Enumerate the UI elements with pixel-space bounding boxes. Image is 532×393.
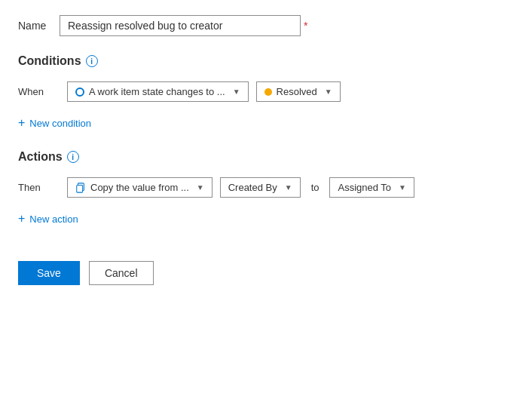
action-type-dropdown[interactable]: Copy the value from ... ▼: [67, 177, 212, 198]
then-label: Then: [18, 182, 60, 193]
from-field-chevron: ▼: [285, 183, 292, 192]
condition-type-dropdown[interactable]: A work item state changes to ... ▼: [67, 81, 249, 102]
svg-rect-1: [77, 185, 83, 192]
to-field-dropdown[interactable]: Assigned To ▼: [329, 177, 414, 198]
add-action-button[interactable]: + New action: [18, 210, 78, 228]
actions-header: Actions i: [18, 150, 514, 164]
to-label: to: [308, 182, 323, 193]
add-action-plus-icon: +: [18, 213, 25, 225]
add-condition-label: New condition: [29, 118, 91, 129]
from-field-dropdown[interactable]: Created By ▼: [220, 177, 301, 198]
state-value-dropdown[interactable]: Resolved ▼: [256, 81, 341, 102]
state-value-label: Resolved: [277, 86, 317, 97]
to-field-label: Assigned To: [338, 182, 391, 193]
to-field-chevron: ▼: [399, 183, 406, 192]
copy-value-icon: [75, 183, 86, 193]
action-type-label: Copy the value from ...: [90, 182, 189, 193]
name-row: Name *: [18, 15, 514, 36]
condition-type-chevron: ▼: [233, 88, 240, 96]
when-row: When A work item state changes to ... ▼ …: [18, 81, 514, 102]
form-buttons: Save Cancel: [18, 249, 514, 285]
add-condition-plus-icon: +: [18, 117, 25, 129]
from-field-label: Created By: [228, 182, 277, 193]
actions-title: Actions: [18, 150, 63, 164]
action-type-chevron: ▼: [197, 183, 204, 192]
required-indicator: *: [304, 20, 307, 32]
state-dot-icon: [264, 88, 272, 96]
name-input[interactable]: [60, 15, 301, 36]
name-label: Name: [18, 20, 60, 32]
state-value-chevron: ▼: [325, 88, 332, 96]
conditions-title: Conditions: [18, 54, 81, 68]
conditions-header: Conditions i: [18, 54, 514, 68]
conditions-info-icon[interactable]: i: [86, 55, 98, 67]
conditions-section: Conditions i When A work item state chan…: [18, 54, 514, 132]
actions-info-icon[interactable]: i: [67, 151, 79, 163]
condition-type-icon: [75, 88, 84, 97]
save-button[interactable]: Save: [18, 261, 80, 285]
actions-section: Actions i Then Copy the value from ... ▼…: [18, 150, 514, 228]
then-row: Then Copy the value from ... ▼ Created B…: [18, 177, 514, 198]
add-condition-button[interactable]: + New condition: [18, 114, 91, 132]
cancel-button[interactable]: Cancel: [89, 261, 154, 285]
add-action-label: New action: [29, 213, 78, 225]
when-label: When: [18, 86, 60, 97]
condition-type-label: A work item state changes to ...: [89, 86, 225, 97]
